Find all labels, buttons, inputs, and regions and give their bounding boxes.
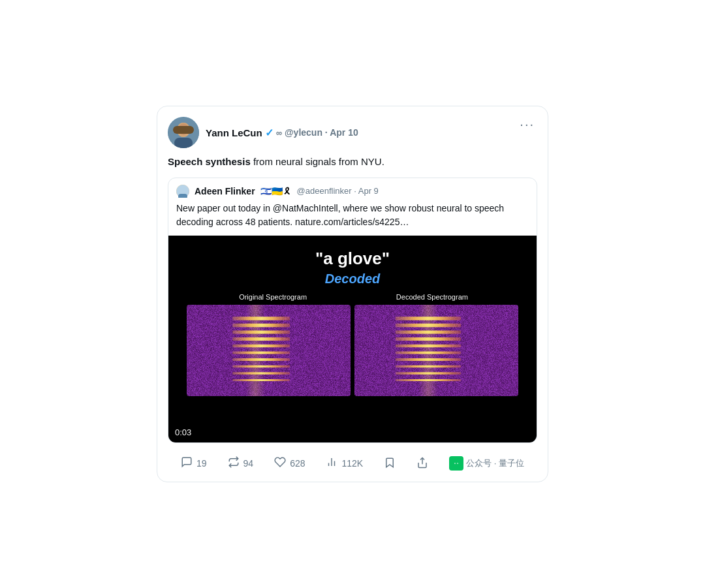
video-subtitle: Decoded bbox=[325, 271, 380, 286]
video-inner: "a glove" Decoded Original Spectrogram D… bbox=[168, 236, 537, 442]
original-spectrogram-canvas bbox=[187, 305, 351, 396]
video-timestamp: 0:03 bbox=[175, 427, 191, 437]
tweet-text: Speech synthesis from neural signals fro… bbox=[168, 155, 537, 170]
views-action[interactable]: 112K bbox=[326, 456, 363, 471]
tweet-author-section: Yann LeCun ✓ ∞ @ylecun · Apr 10 bbox=[168, 117, 358, 148]
spectrograms-images bbox=[187, 305, 518, 396]
user-handle-date: @ylecun · Apr 10 bbox=[285, 127, 358, 138]
like-count: 628 bbox=[290, 458, 305, 469]
quote-handle-date: @adeenflinker · Apr 9 bbox=[297, 186, 379, 196]
tweet-card: Yann LeCun ✓ ∞ @ylecun · Apr 10 ··· Spee… bbox=[157, 106, 548, 482]
quote-user-name: Adeen Flinker bbox=[195, 186, 255, 196]
retweet-icon bbox=[228, 456, 240, 471]
reply-action[interactable]: 19 bbox=[181, 456, 207, 471]
video-container[interactable]: "a glove" Decoded Original Spectrogram D… bbox=[168, 236, 537, 442]
original-spectrogram-label: Original Spectrogram bbox=[193, 293, 352, 301]
video-title: "a glove" bbox=[315, 249, 390, 269]
avatar bbox=[168, 117, 199, 148]
like-action[interactable]: 628 bbox=[274, 456, 305, 471]
tweet-text-bold: Speech synthesis bbox=[168, 156, 251, 167]
verified-badge: ✓ bbox=[265, 127, 274, 139]
views-icon bbox=[326, 456, 337, 471]
bookmark-icon bbox=[384, 457, 396, 471]
wechat-watermark: 公众号 · 量子位 bbox=[449, 456, 524, 471]
share-action[interactable] bbox=[416, 457, 428, 471]
retweet-action[interactable]: 94 bbox=[228, 456, 254, 471]
bookmark-action[interactable] bbox=[384, 457, 396, 471]
user-info: Yann LeCun ✓ ∞ @ylecun · Apr 10 bbox=[206, 127, 358, 139]
original-spectrogram bbox=[187, 305, 351, 396]
quote-header: Adeen Flinker 🇮🇱🇺🇦🎗 @adeenflinker · Apr … bbox=[168, 178, 537, 202]
svg-rect-7 bbox=[173, 126, 194, 134]
svg-rect-10 bbox=[178, 194, 187, 198]
more-options-button[interactable]: ··· bbox=[517, 117, 537, 132]
quote-tweet[interactable]: Adeen Flinker 🇮🇱🇺🇦🎗 @adeenflinker · Apr … bbox=[168, 178, 537, 443]
quote-avatar bbox=[176, 185, 189, 198]
user-name-row: Yann LeCun ✓ ∞ @ylecun · Apr 10 bbox=[206, 127, 358, 139]
share-icon bbox=[416, 457, 428, 471]
tweet-header: Yann LeCun ✓ ∞ @ylecun · Apr 10 ··· bbox=[168, 117, 537, 148]
reply-icon bbox=[181, 456, 193, 471]
heart-icon bbox=[274, 456, 286, 471]
spectrograms-row: Original Spectrogram Decoded Spectrogram bbox=[187, 293, 518, 396]
meta-icon: ∞ bbox=[276, 128, 282, 138]
user-display-name: Yann LeCun bbox=[206, 127, 262, 138]
avatar-image bbox=[168, 117, 199, 148]
decoded-spectrogram-canvas bbox=[354, 305, 518, 396]
reply-count: 19 bbox=[196, 458, 207, 469]
decoded-spectrogram bbox=[354, 305, 518, 396]
tweet-text-rest: from neural signals from NYU. bbox=[251, 156, 384, 167]
quote-flags: 🇮🇱🇺🇦🎗 bbox=[260, 186, 292, 196]
tweet-actions: 19 94 628 bbox=[168, 451, 537, 471]
svg-rect-3 bbox=[174, 138, 193, 148]
quote-text: New paper out today in @NatMachIntell, w… bbox=[168, 202, 537, 236]
views-count: 112K bbox=[341, 458, 363, 469]
decoded-spectrogram-label: Decoded Spectrogram bbox=[352, 293, 512, 301]
spectrogram-labels: Original Spectrogram Decoded Spectrogram bbox=[187, 293, 518, 301]
retweet-count: 94 bbox=[243, 458, 254, 469]
wechat-logo bbox=[449, 456, 463, 471]
wechat-platform-label: 公众号 · 量子位 bbox=[466, 457, 524, 469]
